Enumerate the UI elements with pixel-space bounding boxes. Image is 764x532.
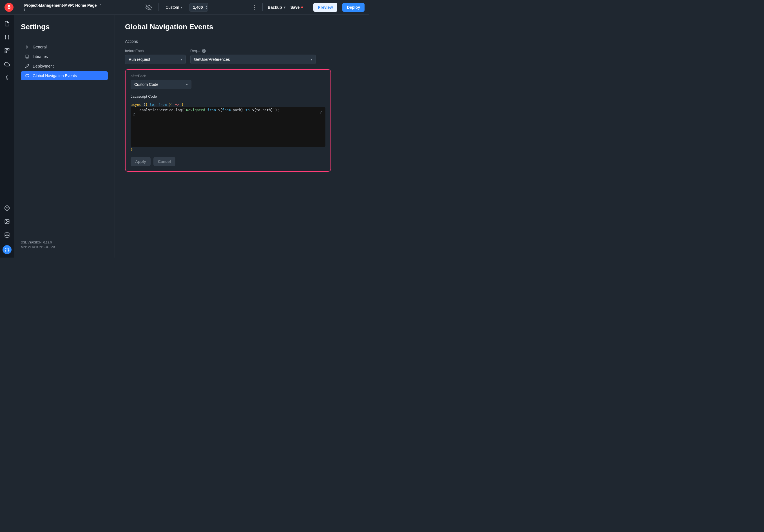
sidebar-item-deployment[interactable]: Deployment (21, 62, 108, 71)
stepper-down-icon[interactable]: ▾ (206, 7, 207, 10)
sliders-icon (25, 45, 29, 49)
app-version: APP VERSION: 0.0.0.20 (21, 245, 108, 249)
save-button[interactable]: Save (290, 5, 303, 10)
sidebar-item-libraries[interactable]: Libraries (21, 52, 108, 61)
deploy-button[interactable]: Deploy (342, 3, 365, 12)
svg-rect-0 (5, 49, 7, 50)
code-block: async ({ to, from }) => { ⤢ 1 2 analytic… (131, 102, 325, 152)
icon-rail: fx (0, 15, 14, 258)
braces-icon[interactable] (4, 34, 10, 41)
settings-badge-icon[interactable] (3, 245, 12, 254)
width-input[interactable]: 1,400 ▴ ▾ (189, 3, 208, 12)
svg-rect-1 (8, 49, 9, 50)
chevron-down-icon: ▾ (181, 5, 182, 9)
sidebar-item-label: General (33, 45, 47, 49)
content-panel: Global Navigation Events Actions beforeE… (115, 15, 369, 258)
help-icon[interactable]: ? (202, 49, 206, 53)
request-label: Req... ? (190, 49, 316, 53)
code-editor[interactable]: ⤢ 1 2 analyticsService.log(`Navigated fr… (131, 107, 325, 147)
top-header: 8 Project-Management-MVP: Home Page ⌃ / … (0, 0, 369, 15)
svg-point-4 (6, 208, 6, 208)
backup-button[interactable]: Backup ▾ (268, 5, 286, 10)
page-icon[interactable] (4, 20, 10, 27)
library-icon (25, 54, 29, 59)
beforeeach-select[interactable]: Run request ▾ (125, 55, 186, 64)
svg-point-8 (6, 220, 6, 221)
dsl-version: DSL VERSION: 0.19.9 (21, 241, 108, 244)
apply-button[interactable]: Apply (131, 157, 151, 166)
components-icon[interactable] (4, 47, 10, 54)
cancel-button[interactable]: Cancel (153, 157, 175, 166)
function-icon[interactable]: fx (4, 74, 10, 81)
settings-title: Settings (21, 23, 108, 31)
unsaved-dot-icon (301, 6, 303, 8)
page-title: Global Navigation Events (125, 23, 359, 31)
image-icon[interactable] (4, 218, 10, 225)
chevron-down-icon: ▾ (284, 5, 286, 9)
svg-point-9 (5, 233, 9, 234)
svg-rect-2 (5, 51, 7, 53)
sidebar-item-global-nav-events[interactable]: Global Navigation Events (21, 71, 108, 80)
svg-point-3 (5, 206, 10, 211)
sidebar-item-label: Global Navigation Events (33, 74, 77, 78)
actions-label: Actions (125, 39, 359, 44)
rocket-icon (25, 64, 29, 69)
app-logo: 8 (5, 3, 14, 12)
beforeeach-label: beforeEach (125, 49, 186, 53)
database-icon[interactable] (4, 232, 10, 239)
zoom-select[interactable]: Custom ▾ (165, 5, 182, 10)
more-menu-icon[interactable]: ⋮ (252, 4, 257, 10)
sidebar-item-label: Deployment (33, 64, 54, 69)
breadcrumb: / (24, 8, 102, 12)
cloud-icon[interactable] (4, 61, 10, 68)
theme-icon[interactable] (4, 205, 10, 211)
expand-icon[interactable]: ⤢ (319, 110, 322, 114)
chevron-down-icon: ▾ (186, 83, 188, 87)
swap-icon (25, 74, 29, 78)
js-code-label: Javascript Code (131, 94, 325, 98)
chevron-up-icon[interactable]: ⌃ (99, 3, 102, 7)
chevron-down-icon: ▾ (310, 58, 312, 61)
sidebar-item-general[interactable]: General (21, 43, 108, 52)
preview-button[interactable]: Preview (313, 3, 337, 12)
visibility-off-icon[interactable] (145, 4, 152, 10)
svg-point-6 (7, 209, 7, 209)
sidebar-item-label: Libraries (33, 54, 48, 59)
settings-sidebar: Settings General Libraries Deployment Gl… (14, 15, 115, 258)
aftereach-section: afterEach Custom Code ▾ Javascript Code … (125, 69, 331, 172)
aftereach-select[interactable]: Custom Code ▾ (131, 80, 191, 89)
request-select[interactable]: GetUserPreferences ▾ (190, 55, 316, 64)
svg-point-5 (8, 208, 8, 208)
aftereach-label: afterEach (131, 74, 325, 78)
project-title: Project-Management-MVP: Home Page (24, 3, 97, 8)
chevron-down-icon: ▾ (180, 58, 182, 61)
